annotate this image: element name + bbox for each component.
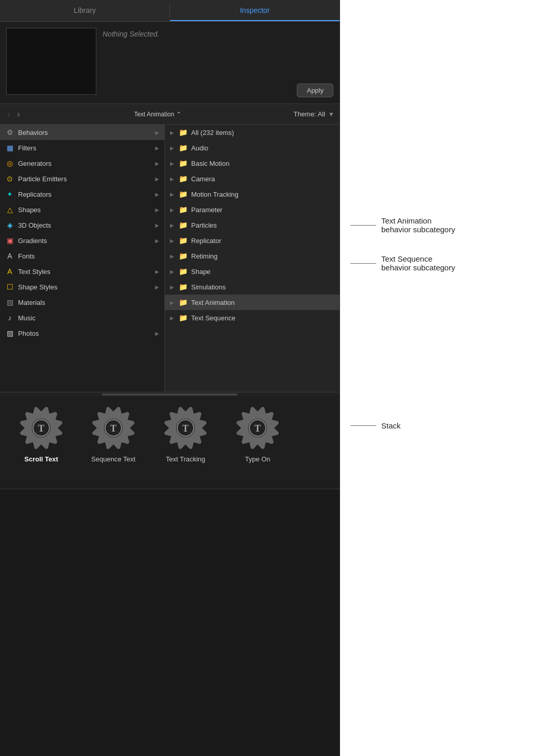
- sidebar-item-label-4: Replicators: [18, 191, 52, 198]
- sidebar-item-label-0: Behaviors: [18, 129, 48, 136]
- sidebar-item-label-9: Text Styles: [18, 268, 50, 276]
- category-item-shape[interactable]: ▶📁Shape: [165, 264, 340, 279]
- category-label-9: Shape: [191, 268, 211, 276]
- icon-item-scroll-text[interactable]: TScroll Text: [10, 405, 72, 463]
- cat-expand-11: ▶: [170, 300, 174, 305]
- annotation-line-1: [350, 225, 376, 226]
- sidebar-item-gradients[interactable]: ▣Gradients▶: [0, 233, 164, 248]
- sidebar-item-shape-styles[interactable]: ☐Shape Styles▶: [0, 279, 164, 295]
- sidebar-item-label-3: Particle Emitters: [18, 175, 67, 183]
- content-split: ⚙Behaviors▶▦Filters▶◎Generators▶⊙Particl…: [0, 125, 340, 392]
- sidebar-item-music[interactable]: ♪Music: [0, 310, 164, 325]
- annotation-label-2: Text Sequence behavior subcategory: [381, 254, 455, 272]
- sidebar-item-replicators[interactable]: ✦Replicators▶: [0, 186, 164, 202]
- category-item-simulations[interactable]: ▶📁Simulations: [165, 279, 340, 295]
- annotation-line-3: [350, 425, 376, 426]
- shapes-icon: △: [5, 205, 14, 214]
- folder-icon-7: 📁: [179, 236, 188, 245]
- folder-icon-0: 📁: [179, 128, 188, 136]
- nothing-selected-label: Nothing Selected.: [103, 30, 333, 38]
- nav-back-button[interactable]: ‹: [5, 109, 12, 120]
- sidebar-item-label-5: Shapes: [18, 206, 41, 214]
- preview-info: Nothing Selected. Apply: [103, 28, 333, 97]
- sidebar-item-fonts[interactable]: AFonts: [0, 248, 164, 264]
- annotation-stack-wrapper: Stack: [350, 421, 549, 430]
- category-label-10: Simulations: [191, 283, 226, 291]
- theme-selector[interactable]: Theme: All: [294, 110, 325, 118]
- nav-bar: ‹ › Text Animation ⌃ Theme: All ▼: [0, 104, 340, 125]
- category-item-camera[interactable]: ▶📁Camera: [165, 171, 340, 186]
- gear-container-3: T: [234, 405, 281, 451]
- nav-dropdown-chevron: ⌃: [176, 111, 181, 118]
- category-item-audio[interactable]: ▶📁Audio: [165, 140, 340, 156]
- sidebar-item-generators[interactable]: ◎Generators▶: [0, 156, 164, 171]
- sidebar-item-label-6: 3D Objects: [18, 221, 51, 229]
- sidebar-item-shapes[interactable]: △Shapes▶: [0, 202, 164, 217]
- category-item-retiming[interactable]: ▶📁Retiming: [165, 248, 340, 264]
- sidebar-chevron-5: ▶: [155, 207, 159, 213]
- sidebar-item-photos[interactable]: ▨Photos▶: [0, 325, 164, 341]
- shape-styles-icon: ☐: [5, 282, 14, 291]
- folder-icon-11: 📁: [179, 298, 188, 306]
- preview-thumbnail: [6, 28, 96, 95]
- cat-expand-4: ▶: [170, 192, 174, 197]
- sidebar-chevron-3: ▶: [155, 176, 159, 182]
- category-label-7: Replicator: [191, 237, 222, 245]
- icon-label-0: Scroll Text: [24, 455, 58, 463]
- category-item-particles[interactable]: ▶📁Particles: [165, 217, 340, 233]
- category-item-text-animation[interactable]: ▶📁Text Animation: [165, 295, 340, 310]
- scroll-thumb[interactable]: [102, 393, 238, 396]
- annotation-line-2: [350, 263, 376, 264]
- fonts-icon: A: [5, 251, 14, 261]
- tab-library[interactable]: Library: [0, 0, 170, 21]
- sidebar-item-label-13: Photos: [18, 330, 39, 337]
- cat-expand-8: ▶: [170, 253, 174, 259]
- sidebar-item-text-styles[interactable]: AText Styles▶: [0, 264, 164, 279]
- category-item-motion-tracking[interactable]: ▶📁Motion Tracking: [165, 186, 340, 202]
- 3d-objects-icon: ◈: [5, 220, 14, 230]
- sidebar-chevron-9: ▶: [155, 269, 159, 274]
- cat-expand-6: ▶: [170, 222, 174, 228]
- cat-expand-2: ▶: [170, 161, 174, 166]
- category-item-replicator[interactable]: ▶📁Replicator: [165, 233, 340, 248]
- cat-expand-9: ▶: [170, 269, 174, 274]
- horizontal-scrollbar[interactable]: [0, 392, 340, 397]
- nav-dropdown[interactable]: Text Animation ⌃: [25, 111, 291, 118]
- folder-icon-12: 📁: [179, 314, 188, 322]
- sidebar-chevron-13: ▶: [155, 331, 159, 336]
- sidebar-item-behaviors[interactable]: ⚙Behaviors▶: [0, 125, 164, 140]
- category-label-5: Parameter: [191, 206, 223, 214]
- cat-expand-3: ▶: [170, 176, 174, 182]
- category-label-0: All (232 items): [191, 129, 234, 136]
- icon-item-type-on[interactable]: TType On: [227, 405, 289, 463]
- folder-icon-6: 📁: [179, 221, 188, 229]
- sidebar-chevron-4: ▶: [155, 192, 159, 197]
- category-item-basic-motion[interactable]: ▶📁Basic Motion: [165, 156, 340, 171]
- gear-container-0: T: [18, 405, 64, 451]
- category-item-all-(232-items)[interactable]: ▶📁All (232 items): [165, 125, 340, 140]
- sidebar-chevron-1: ▶: [155, 145, 159, 151]
- folder-icon-5: 📁: [179, 205, 188, 214]
- photos-icon: ▨: [5, 329, 14, 338]
- sidebar-item-3d-objects[interactable]: ◈3D Objects▶: [0, 217, 164, 233]
- folder-icon-3: 📁: [179, 175, 188, 183]
- icon-label-2: Text Tracking: [166, 455, 206, 463]
- category-label-3: Camera: [191, 175, 215, 183]
- cat-expand-1: ▶: [170, 145, 174, 151]
- sidebar-item-materials[interactable]: ▧Materials: [0, 295, 164, 310]
- folder-icon-9: 📁: [179, 267, 188, 276]
- icon-item-text-tracking[interactable]: TText Tracking: [155, 405, 216, 463]
- nav-dropdown-label: Text Animation: [134, 111, 174, 118]
- tab-inspector[interactable]: Inspector: [170, 0, 340, 21]
- cat-expand-0: ▶: [170, 130, 174, 135]
- nav-forward-button[interactable]: ›: [15, 109, 22, 120]
- gear-container-1: T: [90, 405, 137, 451]
- svg-text:T: T: [110, 423, 116, 434]
- sidebar-item-particle-emitters[interactable]: ⊙Particle Emitters▶: [0, 171, 164, 186]
- category-item-text-sequence[interactable]: ▶📁Text Sequence: [165, 310, 340, 325]
- category-item-parameter[interactable]: ▶📁Parameter: [165, 202, 340, 217]
- folder-icon-10: 📁: [179, 283, 188, 291]
- apply-button[interactable]: Apply: [297, 83, 333, 97]
- icon-item-sequence-text[interactable]: TSequence Text: [82, 405, 144, 463]
- sidebar-item-filters[interactable]: ▦Filters▶: [0, 140, 164, 156]
